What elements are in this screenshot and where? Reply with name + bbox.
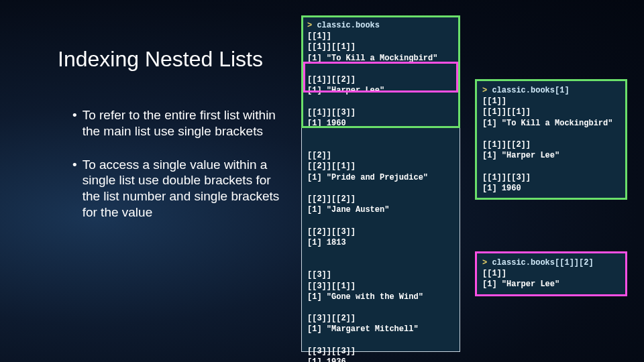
code-command: classic.books[1] [492, 86, 569, 95]
code-line: [[3]][[3]] [307, 347, 356, 356]
code-line: [1] 1960 [482, 184, 521, 193]
code-line: [[1]] [307, 32, 331, 41]
code-line: [1] "Jane Austen" [307, 205, 389, 215]
prompt-symbol: > [482, 258, 492, 267]
code-line: [1] "To Kill a Mockingbird" [482, 119, 612, 128]
code-line: [1] "Harper Lee" [482, 151, 559, 160]
bullet-dot-icon: • [72, 107, 77, 139]
code-line: [[2]][[1]] [307, 162, 356, 171]
code-output-double-bracket: > classic.books[[1]][2] [[1]] [1] "Harpe… [475, 251, 627, 296]
code-line: [1] 1936 [307, 357, 346, 362]
code-line: [1] "Harper Lee" [307, 86, 384, 95]
code-line: [[1]][[3]] [482, 173, 531, 182]
bullet-list: • To refer to the entire first list with… [72, 107, 280, 238]
bullet-item: • To access a single value within a sing… [72, 157, 280, 221]
code-line: [[3]][[2]] [307, 314, 356, 323]
prompt-symbol: > [307, 21, 317, 30]
code-command: classic.books [317, 21, 380, 30]
code-line: [[1]][[2]] [482, 140, 531, 149]
code-command: classic.books[[1]][2] [492, 258, 593, 267]
code-line: [[1]][[3]] [307, 108, 356, 117]
code-line: [1] "Gone with the Wind" [307, 292, 423, 302]
bullet-item: • To refer to the entire first list with… [72, 107, 280, 139]
code-line: [1] 1960 [307, 119, 346, 128]
bullet-dot-icon: • [72, 157, 77, 221]
code-line: [1] "Pride and Prejudice" [307, 173, 428, 182]
bullet-text: To refer to the entire first list within… [83, 107, 280, 139]
code-line: [1] "To Kill a Mockingbird" [307, 54, 437, 63]
prompt-symbol: > [482, 86, 492, 95]
code-line: [[1]][[2]] [307, 75, 356, 84]
slide: Indexing Nested Lists • To refer to the … [0, 0, 644, 362]
code-output-single-bracket: > classic.books[1] [[1]] [[1]][[1]] [1] … [475, 79, 627, 200]
code-line: [[1]][[1]] [307, 42, 356, 52]
code-line: [1] 1813 [307, 238, 346, 247]
slide-title: Indexing Nested Lists [58, 47, 263, 72]
code-line: [[2]][[3]] [307, 227, 356, 237]
code-line: [1] "Margaret Mitchell" [307, 324, 419, 334]
code-line: [[1]] [482, 269, 506, 278]
code-line: [[2]][[2]] [307, 194, 356, 204]
code-line: [[1]] [482, 97, 506, 106]
code-output-main: > classic.books [[1]] [[1]][[1]] [1] "To… [301, 15, 460, 352]
code-line: [[3]][[1]] [307, 282, 356, 291]
bullet-text: To access a single value within a single… [83, 157, 280, 221]
code-line: [[1]][[1]] [482, 107, 531, 117]
code-line: [[2]] [307, 151, 331, 160]
code-line: [[3]] [307, 270, 331, 280]
code-line: [1] "Harper Lee" [482, 280, 559, 289]
